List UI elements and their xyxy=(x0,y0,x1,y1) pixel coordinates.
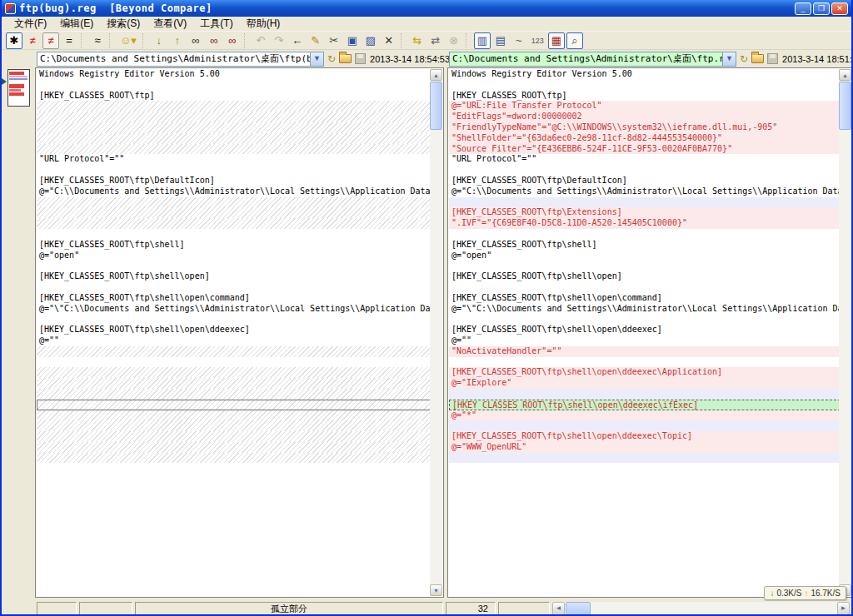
menu-item-4[interactable]: 工具(T) xyxy=(194,16,238,32)
code-line[interactable] xyxy=(37,357,431,368)
code-line[interactable]: @="IExplore" xyxy=(449,378,841,389)
code-line[interactable]: [HKEY_CLASSES_ROOT\ftp\shell\open\comman… xyxy=(37,293,431,304)
code-line[interactable] xyxy=(449,282,841,293)
gap-line[interactable] xyxy=(37,122,431,133)
left-path-dropdown-icon[interactable]: ▼ xyxy=(310,52,323,66)
redo-icon[interactable]: ↷ xyxy=(271,32,287,49)
previous-difference-icon[interactable]: ↑ xyxy=(169,32,186,49)
code-line[interactable]: @="\"C:\\Documents and Settings\\Adminis… xyxy=(37,304,431,315)
code-line[interactable]: [HKEY_CLASSES_ROOT\ftp\shell\open\ddeexe… xyxy=(449,431,841,442)
code-line[interactable]: [HKEY_CLASSES_ROOT\ftp\DefaultIcon] xyxy=(449,176,841,186)
code-line[interactable]: [HKEY_CLASSES_ROOT\ftp\shell] xyxy=(37,240,431,251)
right-horizontal-scrollbar[interactable]: ◄ ► xyxy=(552,602,850,615)
code-line[interactable]: ".IVF"="{C69E8F40-D5C8-11D0-A520-145405C… xyxy=(449,218,841,229)
diff-minimap[interactable] xyxy=(7,69,30,107)
code-line[interactable] xyxy=(449,389,841,400)
code-line[interactable]: [HKEY_CLASSES_ROOT\ftp\shell\open\ddeexe… xyxy=(449,325,841,335)
right-scroll-thumb[interactable] xyxy=(839,82,851,130)
right-open-folder-icon[interactable] xyxy=(751,52,764,66)
magnifier-icon[interactable]: ⌕ xyxy=(566,32,583,49)
code-line[interactable]: [HKEY_CLASSES_ROOT\ftp\shell\open\comman… xyxy=(449,293,841,304)
selected-gap-line[interactable] xyxy=(37,400,431,410)
next-difference-icon[interactable]: ↓ xyxy=(151,32,167,49)
gap-line[interactable] xyxy=(37,442,431,453)
code-line[interactable]: @="WWW_OpenURL" xyxy=(449,442,841,453)
code-line[interactable] xyxy=(37,314,431,325)
swap-sides-icon[interactable]: ⇆ xyxy=(409,32,426,49)
show-differences-only-icon[interactable]: ≠ xyxy=(42,32,59,49)
menu-item-1[interactable]: 编辑(E) xyxy=(54,16,99,32)
find-icon[interactable]: ∞ xyxy=(187,32,204,49)
right-refresh-icon[interactable]: ↻ xyxy=(740,52,748,66)
code-line[interactable]: [HKEY_CLASSES_ROOT\ftp\shell\open] xyxy=(37,271,431,282)
delete-icon[interactable]: ✕ xyxy=(381,32,397,49)
paste-icon[interactable]: ▨ xyxy=(362,32,379,49)
code-line[interactable]: [HKEY_CLASSES_ROOT\ftp\shell\open\ddeexe… xyxy=(449,367,841,378)
code-line[interactable]: "FriendlyTypeName"="@C:\\WINDOWS\\system… xyxy=(449,122,841,133)
right-path-combo[interactable]: C:\Documents and Settings\Administrator\… xyxy=(449,52,736,67)
code-line[interactable] xyxy=(37,261,431,271)
code-line[interactable]: @="C:\\Documents and Settings\\Administr… xyxy=(37,186,431,197)
code-line[interactable]: Windows Registry Editor Version 5.00 xyxy=(449,69,841,80)
edit-icon[interactable]: ✎ xyxy=(307,32,324,49)
horizontal-scroll-thumb[interactable] xyxy=(566,602,591,615)
left-save-icon[interactable] xyxy=(355,52,366,66)
menu-item-5[interactable]: 帮助(H) xyxy=(241,16,287,32)
over-under-layout-icon[interactable]: ▤ xyxy=(492,32,509,49)
show-same-icon[interactable]: = xyxy=(61,32,77,49)
gap-line[interactable] xyxy=(37,431,431,442)
code-line[interactable]: "ShellFolder"="{63da6ec0-2e98-11cf-8d82-… xyxy=(449,133,841,144)
menu-item-0[interactable]: 文件(F) xyxy=(8,16,52,32)
rules-comparison-icon[interactable]: ≈ xyxy=(89,32,106,49)
code-line[interactable]: "NoActivateHandler"="" xyxy=(449,346,841,357)
left-refresh-icon[interactable]: ↻ xyxy=(327,52,336,66)
left-scroll-down-icon[interactable]: ▼ xyxy=(430,584,442,596)
gap-line[interactable] xyxy=(37,101,431,112)
menu-item-2[interactable]: 搜索(S) xyxy=(101,16,146,32)
format-dropdown-icon[interactable]: ☺▾ xyxy=(117,32,139,49)
gap-line[interactable] xyxy=(37,207,431,218)
scroll-right-icon[interactable]: ► xyxy=(837,602,850,615)
code-line[interactable]: [HKEY_CLASSES_ROOT\ftp] xyxy=(37,91,431,102)
code-line[interactable] xyxy=(449,420,841,431)
line-numbers-icon[interactable]: 123 xyxy=(529,32,546,49)
gap-line[interactable] xyxy=(37,420,431,431)
code-line[interactable] xyxy=(37,282,431,293)
right-scroll-up-icon[interactable]: ▲ xyxy=(839,69,851,81)
gap-line[interactable] xyxy=(37,112,431,122)
code-line[interactable]: [HKEY_CLASSES_ROOT\ftp] xyxy=(449,91,841,102)
code-line[interactable]: [HKEY_CLASSES_ROOT\ftp\shell\open\ddeexe… xyxy=(37,325,431,335)
code-line[interactable] xyxy=(449,453,841,464)
undo-icon[interactable]: ↶ xyxy=(252,32,269,49)
code-line[interactable]: @="" xyxy=(449,335,841,346)
left-path-combo[interactable]: C:\Documents and Settings\Administrator\… xyxy=(37,52,324,67)
gap-line[interactable] xyxy=(37,378,431,389)
gap-line[interactable] xyxy=(37,218,431,229)
side-by-side-layout-icon[interactable]: ▥ xyxy=(474,32,491,49)
code-line[interactable] xyxy=(37,80,431,91)
code-line[interactable]: "Source Filter"="{E436EBB6-524F-11CE-9F5… xyxy=(449,144,841,155)
gap-line[interactable] xyxy=(37,410,431,421)
show-differences-icon[interactable]: ≠ xyxy=(24,32,41,49)
gap-line[interactable] xyxy=(37,197,431,208)
view-rules-icon[interactable]: ▦ xyxy=(548,32,565,49)
code-line[interactable] xyxy=(449,229,841,240)
code-line[interactable]: @="\"C:\\Documents and Settings\\Adminis… xyxy=(449,304,841,315)
gap-line[interactable] xyxy=(37,367,431,378)
code-line[interactable]: Windows Registry Editor Version 5.00 xyxy=(37,69,431,80)
code-line[interactable]: "URL Protocol"="" xyxy=(449,154,841,165)
left-scroll-up-icon[interactable]: ▲ xyxy=(430,69,442,81)
code-line[interactable]: [HKEY_CLASSES_ROOT\ftp\DefaultIcon] xyxy=(37,176,431,186)
copy-icon[interactable]: ▣ xyxy=(344,32,361,49)
left-vertical-scrollbar[interactable]: ▲ ▼ xyxy=(430,69,442,596)
code-line[interactable] xyxy=(449,314,841,325)
code-line[interactable]: [HKEY_CLASSES_ROOT\ftp\shell\open] xyxy=(449,271,841,282)
gap-line[interactable] xyxy=(37,389,431,400)
code-line[interactable]: @="*" xyxy=(449,410,841,421)
right-save-icon[interactable] xyxy=(767,52,778,66)
code-line[interactable]: [HKEY_CLASSES_ROOT\ftp\shell] xyxy=(449,240,841,251)
refresh-compare-icon[interactable]: ⇄ xyxy=(427,32,444,49)
menu-item-3[interactable]: 查看(V) xyxy=(147,16,192,32)
gap-line[interactable] xyxy=(37,144,431,155)
code-line[interactable] xyxy=(449,261,841,271)
